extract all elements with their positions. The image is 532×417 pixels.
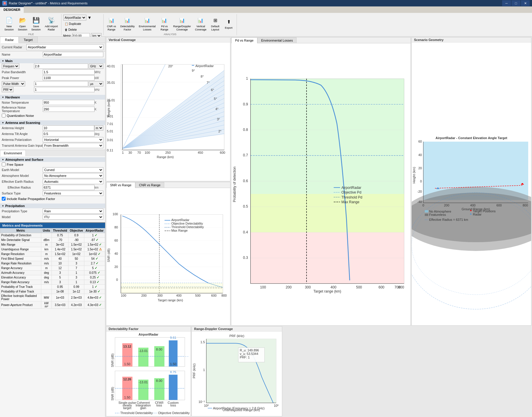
main-section-header[interactable]: ▼ Main	[0, 59, 105, 63]
precipitation-section: ▼ Precipitation Precipitation Type Rain …	[0, 202, 105, 221]
analysis-group: 📊 CNR vsRange 📊 DetectabilityFactor 📊 En…	[104, 14, 237, 35]
earth-model-select[interactable]: Curved	[43, 167, 103, 172]
pulse-width-type-select[interactable]: Pulse Width	[2, 81, 25, 86]
metric-threshold: 1e-08	[52, 289, 68, 294]
pd-range-button[interactable]: 📊 Pd vsRange	[158, 15, 170, 32]
minimize-button[interactable]: ─	[502, 0, 511, 6]
peak-power-input[interactable]	[43, 75, 95, 81]
atmosphere-model-select[interactable]: No Atmosphere	[43, 173, 103, 178]
svg-text:-13.01: -13.01	[139, 349, 148, 353]
add-airport-radar-button[interactable]: 📡 Add AirportRadar	[43, 15, 59, 32]
frequency-type-select[interactable]: Frequency	[2, 64, 19, 69]
svg-text:600: 600	[496, 204, 502, 207]
delete-button[interactable]: 🗑 Delete	[63, 27, 102, 32]
export-button[interactable]: ⬆ Export	[223, 16, 235, 30]
radar-dropdown-arrow[interactable]: ▼	[88, 15, 92, 20]
svg-text:loss: loss	[156, 404, 162, 407]
antenna-height-input[interactable]	[43, 125, 94, 131]
precip-type-select[interactable]: Rain	[43, 208, 103, 214]
metric-units: m	[41, 266, 52, 271]
detectability-factor-button[interactable]: 📊 DetectabilityFactor	[119, 15, 136, 32]
metric-threshold: 3.5e+03	[52, 301, 68, 309]
svg-text:v_u: 53.5344: v_u: 53.5344	[240, 352, 258, 356]
precip-type-row: Precipitation Type Rain	[0, 208, 105, 214]
file-group-label: FILE	[28, 32, 34, 36]
svg-text:1.50: 1.50	[124, 396, 130, 399]
noise-temp-input[interactable]	[43, 100, 95, 105]
eff-radius-input[interactable]	[43, 185, 95, 190]
svg-text:200: 200	[286, 285, 292, 289]
prf-input[interactable]	[34, 87, 95, 92]
radar-tab[interactable]: Radar	[0, 37, 19, 43]
antenna-section-header[interactable]: ▼ Antenna and Scanning	[0, 120, 105, 125]
svg-rect-66	[121, 283, 223, 293]
metric-threshold: 3	[52, 280, 68, 285]
save-session-label: SaveSession	[31, 25, 41, 31]
save-session-button[interactable]: 💾 SaveSession	[30, 15, 42, 32]
surface-type-select[interactable]: Featureless	[43, 191, 103, 196]
metric-value: 1 ✓	[84, 233, 105, 238]
frequency-unit-select[interactable]: GHz	[89, 64, 103, 69]
quantization-noise-checkbox[interactable]	[2, 114, 6, 117]
vertical-coverage-body: 2° 3° 4° 5° 6° 7° 8° 9° 20°	[106, 42, 230, 181]
default-layout-button[interactable]: ⊞ DefaultLayout	[209, 15, 221, 32]
svg-text:Range (km): Range (km)	[157, 155, 174, 159]
antenna-section: ▼ Antenna and Scanning Antenna Height m …	[0, 119, 105, 150]
metric-objective: 1e+02	[69, 252, 84, 257]
metric-units: m	[41, 242, 52, 247]
precipitation-section-header[interactable]: ▼ Precipitation	[0, 204, 105, 208]
svg-text:80: 80	[114, 225, 118, 229]
metrics-tab-header[interactable]: Metrics and Requirements	[0, 223, 105, 228]
pulse-bw-input[interactable]	[43, 69, 95, 75]
radar-select[interactable]: AirportRadar	[63, 15, 86, 20]
main-section: ▼ Main Frequency GHz Pulse Bandwidth MHz	[0, 57, 105, 94]
maximize-button[interactable]: □	[512, 0, 520, 6]
pulse-width-input[interactable]	[34, 81, 88, 86]
svg-text:0: 0	[116, 278, 118, 281]
close-button[interactable]: ✕	[521, 0, 530, 6]
pd-tab-bar: Pd vs Range Environmental Losses	[231, 37, 410, 43]
current-radar-select[interactable]: AirportRadar	[26, 44, 103, 50]
vertical-coverage-button[interactable]: 📊 VerticalCoverage	[194, 15, 208, 32]
svg-text:60: 60	[114, 238, 118, 242]
duplicate-button[interactable]: 📋 Duplicate	[63, 21, 102, 26]
svg-text:SNR (dB): SNR (dB)	[111, 353, 114, 367]
hardware-section: ▼ Hardware Noise Temperature K Reference…	[0, 94, 105, 119]
metric-objective: 3	[69, 261, 84, 266]
antenna-height-unit[interactable]: m	[94, 125, 103, 131]
pulse-width-unit-select[interactable]: µs	[89, 81, 103, 86]
name-input[interactable]	[43, 52, 103, 57]
col-threshold: Threshold	[52, 228, 68, 233]
env-losses-tab[interactable]: Environmental Losses	[257, 37, 297, 43]
open-session-button[interactable]: 📂 OpenSession	[16, 15, 29, 32]
environmental-losses-button[interactable]: 📊 EnvironmentalLosses	[137, 15, 157, 32]
export-label: Export	[225, 26, 232, 30]
pd-tab[interactable]: Pd vs Range	[231, 37, 257, 43]
tab-designer[interactable]: DESIGNER	[0, 6, 24, 13]
metric-threshold: 0.75	[52, 233, 68, 238]
metric-units: m	[41, 252, 52, 257]
tx-gain-select[interactable]: From Beamwidth	[43, 143, 103, 148]
polarization-select[interactable]: Horizontal	[43, 137, 103, 142]
snr-tab[interactable]: SNR vs Range	[106, 182, 135, 188]
range-doppler-button[interactable]: 📊 Range/DopplerCoverage	[172, 15, 192, 32]
svg-text:40: 40	[418, 153, 422, 157]
environment-tab[interactable]: Environment	[0, 150, 26, 156]
tilt-angle-input[interactable]	[43, 131, 95, 136]
hardware-section-header[interactable]: ▼ Hardware	[0, 95, 105, 100]
target-tab[interactable]: Target	[19, 37, 38, 43]
cnr-tab[interactable]: CNR vs Range	[135, 182, 164, 188]
propagation-factor-checkbox[interactable]	[2, 197, 6, 201]
precip-model-select[interactable]: ITU	[43, 214, 103, 220]
cnr-range-button[interactable]: 📊 CNR vsRange	[105, 15, 118, 32]
svg-text:10²: 10²	[204, 404, 209, 407]
svg-text:600: 600	[220, 151, 225, 154]
ref-noise-temp-input[interactable]	[43, 107, 95, 112]
svg-text:600: 600	[211, 294, 216, 297]
free-space-checkbox[interactable]	[2, 163, 6, 166]
atmosphere-section-header[interactable]: ▼ Atmosphere and Surface	[0, 157, 105, 162]
new-session-button[interactable]: 📄 NewSession	[3, 15, 15, 32]
eff-earth-radius-select[interactable]: Automatic	[43, 179, 103, 184]
frequency-input[interactable]	[34, 64, 88, 69]
prf-type-select[interactable]: PRF	[2, 87, 13, 92]
